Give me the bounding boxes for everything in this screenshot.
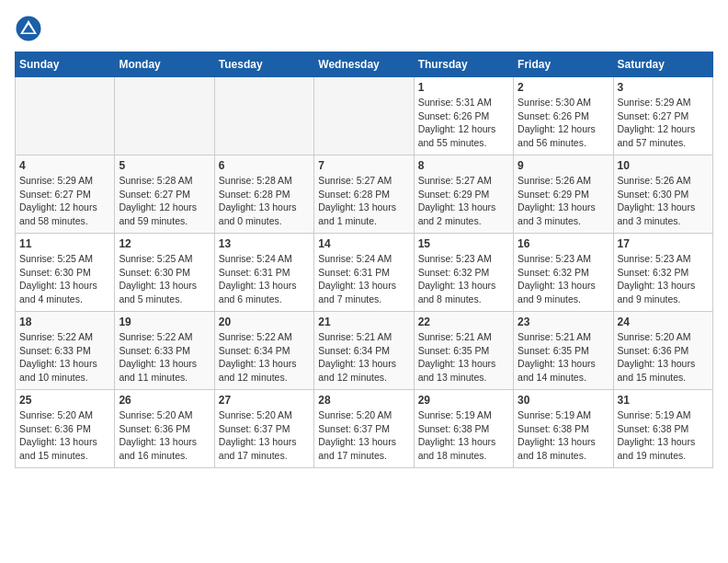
day-cell: 16Sunrise: 5:23 AMSunset: 6:32 PMDayligh… <box>514 234 613 312</box>
day-cell: 10Sunrise: 5:26 AMSunset: 6:30 PMDayligh… <box>613 155 712 234</box>
day-number: 5 <box>119 159 210 172</box>
day-number: 21 <box>318 316 409 328</box>
weekday-header-friday: Friday <box>514 52 613 77</box>
day-number: 17 <box>618 237 709 250</box>
day-info: Sunrise: 5:29 AMSunset: 6:27 PMDaylight:… <box>618 96 709 150</box>
day-number: 20 <box>219 316 310 328</box>
day-info: Sunrise: 5:24 AMSunset: 6:31 PMDaylight:… <box>219 252 310 306</box>
week-row-1: 1Sunrise: 5:31 AMSunset: 6:26 PMDaylight… <box>16 77 713 155</box>
day-cell: 17Sunrise: 5:23 AMSunset: 6:32 PMDayligh… <box>613 234 712 312</box>
day-info: Sunrise: 5:25 AMSunset: 6:30 PMDaylight:… <box>119 252 210 306</box>
day-info: Sunrise: 5:19 AMSunset: 6:38 PMDaylight:… <box>418 408 509 463</box>
day-number: 2 <box>518 81 609 94</box>
day-number: 26 <box>119 394 210 407</box>
day-info: Sunrise: 5:28 AMSunset: 6:28 PMDaylight:… <box>219 174 310 228</box>
day-cell: 8Sunrise: 5:27 AMSunset: 6:29 PMDaylight… <box>414 155 513 234</box>
weekday-header-saturday: Saturday <box>613 52 712 77</box>
day-info: Sunrise: 5:20 AMSunset: 6:37 PMDaylight:… <box>318 408 409 463</box>
calendar-table: SundayMondayTuesdayWednesdayThursdayFrid… <box>15 52 713 468</box>
day-info: Sunrise: 5:19 AMSunset: 6:38 PMDaylight:… <box>518 408 609 463</box>
day-info: Sunrise: 5:23 AMSunset: 6:32 PMDaylight:… <box>618 252 709 306</box>
day-cell: 14Sunrise: 5:24 AMSunset: 6:31 PMDayligh… <box>314 234 414 312</box>
day-info: Sunrise: 5:31 AMSunset: 6:26 PMDaylight:… <box>418 96 509 150</box>
day-info: Sunrise: 5:25 AMSunset: 6:30 PMDaylight:… <box>19 252 110 306</box>
day-cell: 30Sunrise: 5:19 AMSunset: 6:38 PMDayligh… <box>514 390 613 468</box>
day-cell: 11Sunrise: 5:25 AMSunset: 6:30 PMDayligh… <box>16 234 115 312</box>
day-number: 9 <box>518 159 609 172</box>
day-number: 7 <box>318 159 409 172</box>
day-info: Sunrise: 5:24 AMSunset: 6:31 PMDaylight:… <box>318 252 409 306</box>
day-cell: 9Sunrise: 5:26 AMSunset: 6:29 PMDaylight… <box>514 155 613 234</box>
weekday-header-row: SundayMondayTuesdayWednesdayThursdayFrid… <box>16 52 713 77</box>
day-number: 29 <box>418 394 509 407</box>
day-number: 19 <box>119 316 210 328</box>
week-row-5: 25Sunrise: 5:20 AMSunset: 6:36 PMDayligh… <box>16 390 713 468</box>
weekday-header-thursday: Thursday <box>414 52 513 77</box>
day-number: 11 <box>19 237 110 250</box>
day-cell: 7Sunrise: 5:27 AMSunset: 6:28 PMDaylight… <box>314 155 414 234</box>
day-number: 23 <box>518 316 609 328</box>
day-info: Sunrise: 5:21 AMSunset: 6:35 PMDaylight:… <box>418 330 509 385</box>
day-cell: 24Sunrise: 5:20 AMSunset: 6:36 PMDayligh… <box>613 312 712 390</box>
day-cell: 1Sunrise: 5:31 AMSunset: 6:26 PMDaylight… <box>414 77 513 155</box>
day-info: Sunrise: 5:22 AMSunset: 6:34 PMDaylight:… <box>219 330 310 385</box>
day-number: 18 <box>19 316 110 328</box>
logo <box>15 15 46 42</box>
day-cell <box>314 77 414 155</box>
day-cell: 4Sunrise: 5:29 AMSunset: 6:27 PMDaylight… <box>16 155 115 234</box>
day-cell: 31Sunrise: 5:19 AMSunset: 6:38 PMDayligh… <box>613 390 712 468</box>
day-cell: 2Sunrise: 5:30 AMSunset: 6:26 PMDaylight… <box>514 77 613 155</box>
day-cell: 19Sunrise: 5:22 AMSunset: 6:33 PMDayligh… <box>115 312 214 390</box>
day-info: Sunrise: 5:29 AMSunset: 6:27 PMDaylight:… <box>19 174 110 228</box>
day-number: 10 <box>618 159 709 172</box>
day-number: 27 <box>219 394 310 407</box>
day-cell <box>115 77 214 155</box>
day-cell: 5Sunrise: 5:28 AMSunset: 6:27 PMDaylight… <box>115 155 214 234</box>
day-info: Sunrise: 5:21 AMSunset: 6:34 PMDaylight:… <box>318 330 409 385</box>
day-info: Sunrise: 5:21 AMSunset: 6:35 PMDaylight:… <box>518 330 609 385</box>
week-row-2: 4Sunrise: 5:29 AMSunset: 6:27 PMDaylight… <box>16 155 713 234</box>
weekday-header-wednesday: Wednesday <box>314 52 414 77</box>
day-number: 4 <box>19 159 110 172</box>
day-info: Sunrise: 5:28 AMSunset: 6:27 PMDaylight:… <box>119 174 210 228</box>
day-cell: 29Sunrise: 5:19 AMSunset: 6:38 PMDayligh… <box>414 390 513 468</box>
day-number: 8 <box>418 159 509 172</box>
day-number: 31 <box>618 394 709 407</box>
day-number: 14 <box>318 237 409 250</box>
day-number: 6 <box>219 159 310 172</box>
day-info: Sunrise: 5:26 AMSunset: 6:29 PMDaylight:… <box>518 174 609 228</box>
page-header <box>15 15 713 42</box>
day-cell: 13Sunrise: 5:24 AMSunset: 6:31 PMDayligh… <box>214 234 313 312</box>
day-number: 3 <box>618 81 709 94</box>
weekday-header-sunday: Sunday <box>16 52 115 77</box>
day-info: Sunrise: 5:20 AMSunset: 6:36 PMDaylight:… <box>19 408 110 463</box>
day-info: Sunrise: 5:27 AMSunset: 6:28 PMDaylight:… <box>318 174 409 228</box>
week-row-4: 18Sunrise: 5:22 AMSunset: 6:33 PMDayligh… <box>16 312 713 390</box>
day-number: 12 <box>119 237 210 250</box>
day-cell: 12Sunrise: 5:25 AMSunset: 6:30 PMDayligh… <box>115 234 214 312</box>
day-info: Sunrise: 5:26 AMSunset: 6:30 PMDaylight:… <box>618 174 709 228</box>
day-info: Sunrise: 5:27 AMSunset: 6:29 PMDaylight:… <box>418 174 509 228</box>
day-info: Sunrise: 5:20 AMSunset: 6:37 PMDaylight:… <box>219 408 310 463</box>
day-number: 16 <box>518 237 609 250</box>
weekday-header-tuesday: Tuesday <box>214 52 313 77</box>
day-cell: 23Sunrise: 5:21 AMSunset: 6:35 PMDayligh… <box>514 312 613 390</box>
day-cell: 18Sunrise: 5:22 AMSunset: 6:33 PMDayligh… <box>16 312 115 390</box>
day-cell: 21Sunrise: 5:21 AMSunset: 6:34 PMDayligh… <box>314 312 414 390</box>
day-info: Sunrise: 5:19 AMSunset: 6:38 PMDaylight:… <box>618 408 709 463</box>
day-cell: 27Sunrise: 5:20 AMSunset: 6:37 PMDayligh… <box>214 390 313 468</box>
day-cell: 20Sunrise: 5:22 AMSunset: 6:34 PMDayligh… <box>214 312 313 390</box>
day-info: Sunrise: 5:20 AMSunset: 6:36 PMDaylight:… <box>618 330 709 385</box>
day-number: 25 <box>19 394 110 407</box>
day-cell: 25Sunrise: 5:20 AMSunset: 6:36 PMDayligh… <box>16 390 115 468</box>
day-cell: 15Sunrise: 5:23 AMSunset: 6:32 PMDayligh… <box>414 234 513 312</box>
day-number: 30 <box>518 394 609 407</box>
day-info: Sunrise: 5:30 AMSunset: 6:26 PMDaylight:… <box>518 96 609 150</box>
day-cell: 28Sunrise: 5:20 AMSunset: 6:37 PMDayligh… <box>314 390 414 468</box>
day-number: 28 <box>318 394 409 407</box>
day-number: 24 <box>618 316 709 328</box>
day-cell: 26Sunrise: 5:20 AMSunset: 6:36 PMDayligh… <box>115 390 214 468</box>
day-number: 15 <box>418 237 509 250</box>
day-info: Sunrise: 5:22 AMSunset: 6:33 PMDaylight:… <box>119 330 210 385</box>
day-cell: 6Sunrise: 5:28 AMSunset: 6:28 PMDaylight… <box>214 155 313 234</box>
